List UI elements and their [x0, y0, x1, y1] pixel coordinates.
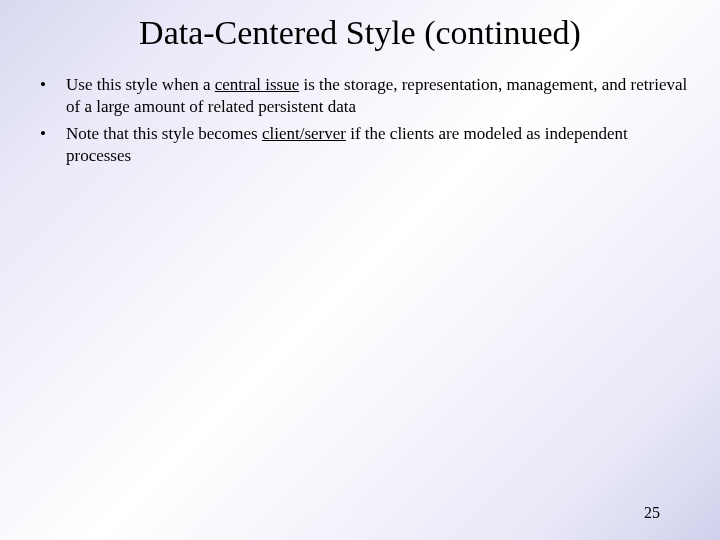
text-segment: Note that this style becomes	[66, 124, 262, 143]
bullet-icon: •	[38, 74, 66, 119]
slide-content: • Use this style when a central issue is…	[0, 74, 720, 168]
bullet-list: • Use this style when a central issue is…	[38, 74, 690, 168]
slide-title: Data-Centered Style (continued)	[0, 0, 720, 74]
underlined-text: central issue	[215, 75, 300, 94]
list-item: • Note that this style becomes client/se…	[38, 123, 690, 168]
bullet-text: Note that this style becomes client/serv…	[66, 123, 690, 168]
page-number: 25	[644, 504, 660, 522]
bullet-text: Use this style when a central issue is t…	[66, 74, 690, 119]
underlined-text: client/server	[262, 124, 346, 143]
bullet-icon: •	[38, 123, 66, 168]
list-item: • Use this style when a central issue is…	[38, 74, 690, 119]
text-segment: Use this style when a	[66, 75, 215, 94]
